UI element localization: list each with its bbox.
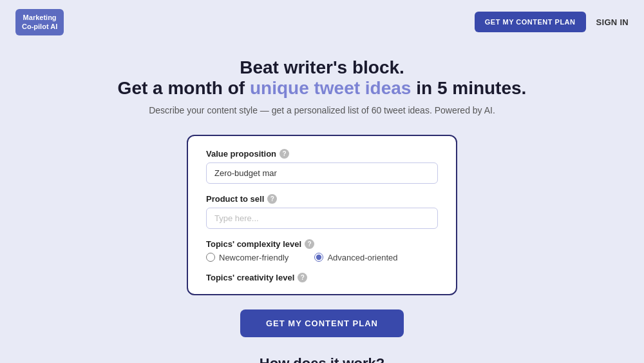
hero-title-prefix: Get a month of (118, 78, 250, 98)
value-prop-field: Value proposition ? (206, 149, 438, 184)
form-card: Value proposition ? Product to sell ? To… (187, 135, 457, 295)
radio-advanced-label: Advanced-oriented (327, 253, 397, 262)
radio-advanced-input[interactable] (314, 253, 323, 262)
complexity-field: Topics' complexity level ? Newcomer-frie… (206, 239, 438, 262)
cta-button[interactable]: GET MY CONTENT PLAN (240, 309, 404, 337)
value-prop-input[interactable] (206, 162, 438, 184)
radio-newcomer[interactable]: Newcomer-friendly (206, 253, 289, 262)
radio-advanced[interactable]: Advanced-oriented (314, 253, 397, 262)
hero-subtitle: Describe your content style — get a pers… (0, 105, 644, 115)
complexity-label: Topics' complexity level ? (206, 239, 438, 249)
hero-title-suffix: in 5 minutes. (411, 78, 526, 98)
nav-right: GET MY CONTENT PLAN SIGN IN (475, 12, 629, 32)
creativity-help-icon[interactable]: ? (298, 273, 307, 282)
logo-line1: Marketing (23, 14, 57, 21)
product-label: Product to sell ? (206, 194, 438, 204)
product-help-icon[interactable]: ? (267, 194, 277, 204)
creativity-field: Topics' creativity level ? (206, 273, 438, 282)
hero-title-line1: Beat writer's block. (0, 57, 644, 78)
complexity-help-icon[interactable]: ? (305, 239, 314, 249)
logo[interactable]: Marketing Co-pilot AI (15, 9, 64, 35)
complexity-radio-group: Newcomer-friendly Advanced-oriented (206, 253, 438, 262)
hero-title-line2: Get a month of unique tweet ideas in 5 m… (0, 78, 644, 99)
cta-wrapper: GET MY CONTENT PLAN (0, 309, 644, 337)
creativity-label: Topics' creativity level ? (206, 273, 438, 282)
radio-newcomer-label: Newcomer-friendly (219, 253, 289, 262)
sign-in-link[interactable]: SIGN IN (596, 17, 629, 27)
how-title: How does it work? (0, 355, 644, 363)
product-input[interactable] (206, 208, 438, 229)
card-wrapper: Value proposition ? Product to sell ? To… (0, 135, 644, 295)
product-field: Product to sell ? (206, 194, 438, 229)
value-prop-help-icon[interactable]: ? (279, 149, 289, 159)
nav-cta-button[interactable]: GET MY CONTENT PLAN (475, 12, 586, 32)
navbar: Marketing Co-pilot AI GET MY CONTENT PLA… (0, 0, 644, 44)
logo-line2: Co-pilot AI (22, 23, 57, 30)
value-prop-label: Value proposition ? (206, 149, 438, 159)
hero-title-accent: unique tweet ideas (250, 78, 412, 98)
how-section: How does it work? (0, 355, 644, 363)
radio-newcomer-input[interactable] (206, 253, 215, 262)
hero-section: Beat writer's block. Get a month of uniq… (0, 44, 644, 124)
